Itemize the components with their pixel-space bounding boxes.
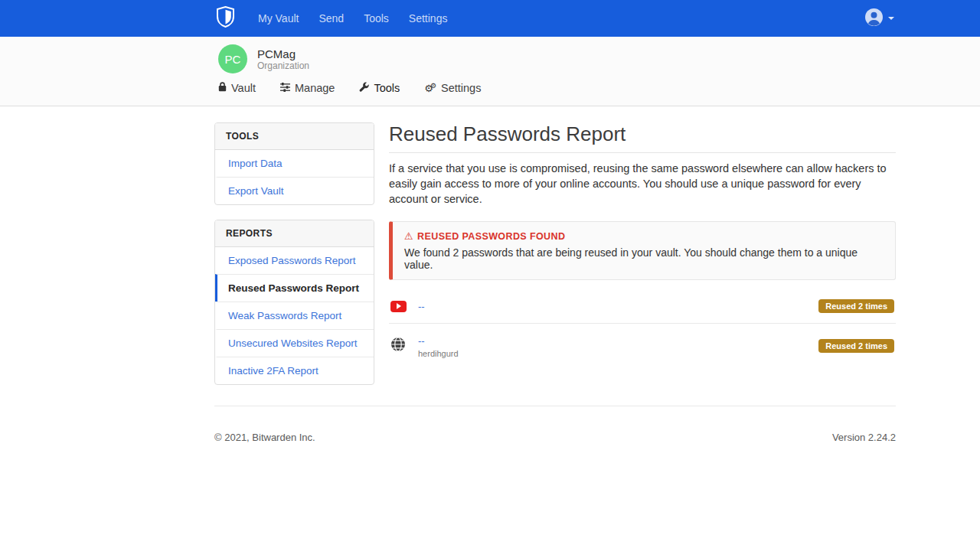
page-container: TOOLS Import Data Export Vault REPORTS E… [214, 106, 896, 443]
reused-passwords-alert: ⚠REUSED PASSWORDS FOUND We found 2 passw… [389, 221, 896, 280]
sidebar-item-exposed-passwords-report[interactable]: Exposed Passwords Report [215, 247, 374, 274]
item-username: herdihgurd [418, 349, 818, 358]
tab-settings-label: Settings [441, 82, 481, 94]
tab-tools-label: Tools [374, 82, 400, 94]
sidebar-item-inactive-2fa-report[interactable]: Inactive 2FA Report [215, 357, 374, 384]
report-main: Reused Passwords Report If a service tha… [389, 122, 896, 368]
tools-card-header: TOOLS [215, 123, 374, 150]
sidebar-item-weak-passwords-report[interactable]: Weak Passwords Report [215, 302, 374, 329]
alert-message: We found 2 passwords that are being reus… [404, 246, 884, 271]
sidebar-item-reused-passwords-report[interactable]: Reused Passwords Report [215, 274, 374, 302]
tab-tools[interactable]: Tools [359, 82, 400, 94]
reused-count-badge: Reused 2 times [818, 339, 894, 353]
tab-vault[interactable]: Vault [218, 82, 256, 94]
reused-password-list: -- Reused 2 times [389, 289, 896, 368]
table-row: -- herdihgurd Reused 2 times [389, 323, 896, 368]
nav-settings[interactable]: Settings [399, 12, 458, 24]
organization-header: PC PCMag Organization Vault [0, 37, 980, 106]
page-footer: © 2021, Bitwarden Inc. Version 2.24.2 [214, 406, 896, 443]
sidebar: TOOLS Import Data Export Vault REPORTS E… [214, 122, 374, 399]
org-name: PCMag [257, 47, 309, 60]
copyright-text: © 2021, Bitwarden Inc. [214, 432, 315, 443]
warning-icon: ⚠ [404, 230, 413, 242]
nav-tools[interactable]: Tools [354, 12, 399, 24]
reports-card-header: REPORTS [215, 220, 374, 247]
org-tab-bar: Vault Manage Tools ⚙⚙ [218, 82, 980, 94]
version-text: Version 2.24.2 [832, 432, 896, 443]
item-name-link[interactable]: -- [418, 335, 425, 347]
tools-card: TOOLS Import Data Export Vault [214, 122, 374, 205]
alert-title: ⚠REUSED PASSWORDS FOUND [404, 230, 884, 242]
bitwarden-shield-icon [217, 6, 234, 31]
reports-card: REPORTS Exposed Passwords Report Reused … [214, 220, 374, 385]
alert-title-text: REUSED PASSWORDS FOUND [417, 231, 565, 242]
sidebar-item-unsecured-websites-report[interactable]: Unsecured Websites Report [215, 329, 374, 357]
globe-icon [390, 337, 406, 355]
bitwarden-logo[interactable] [217, 6, 234, 31]
top-navbar: My Vault Send Tools Settings [0, 0, 980, 37]
tab-settings[interactable]: ⚙⚙ Settings [424, 82, 481, 94]
org-avatar: PC [218, 44, 247, 73]
tab-vault-label: Vault [231, 82, 256, 94]
gears-icon: ⚙⚙ [424, 82, 436, 94]
sidebar-item-export-vault[interactable]: Export Vault [215, 177, 374, 204]
org-subtitle: Organization [257, 60, 309, 71]
reused-count-badge: Reused 2 times [818, 299, 894, 313]
table-row: -- Reused 2 times [389, 289, 896, 323]
nav-my-vault[interactable]: My Vault [248, 12, 309, 24]
account-menu-button[interactable] [864, 8, 894, 30]
item-name-link[interactable]: -- [418, 301, 425, 312]
nav-send[interactable]: Send [309, 12, 354, 24]
sidebar-item-import-data[interactable]: Import Data [215, 150, 374, 177]
tab-manage[interactable]: Manage [280, 82, 335, 94]
youtube-icon [390, 301, 407, 312]
report-description: If a service that you use is compromised… [389, 161, 896, 207]
sliders-icon [280, 82, 290, 94]
page-title: Reused Passwords Report [389, 122, 896, 153]
person-circle-icon [864, 8, 884, 30]
lock-icon [218, 82, 227, 94]
wrench-icon [359, 82, 369, 94]
chevron-down-icon [888, 17, 894, 20]
tab-manage-label: Manage [295, 82, 335, 94]
